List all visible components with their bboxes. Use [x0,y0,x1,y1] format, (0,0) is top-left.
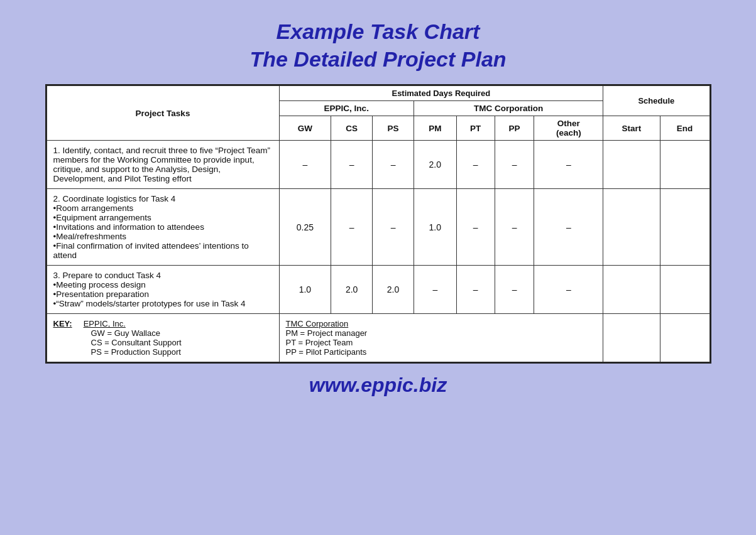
title-line2: The Detailed Project Plan [249,45,506,73]
key-row: KEY: EPPIC, Inc.GW = Guy WallaceCS = Con… [47,314,709,362]
cell-pm-2: – [414,266,457,314]
cell-end-1 [660,189,709,266]
header-pt: PT [456,116,495,141]
cell-pm-1: 1.0 [414,189,457,266]
cell-gw-1: 0.25 [279,189,331,266]
cell-ps-1: – [373,189,414,266]
header-estimated-days: Estimated Days Required [279,86,603,101]
table-row: 3. Prepare to conduct Task 4•Meeting pro… [47,266,709,314]
cell-pt-0: – [456,141,495,189]
cell-cs-0: – [331,141,373,189]
header-gw: GW [279,116,331,141]
task-chart-table: Project Tasks Estimated Days Required Sc… [47,85,710,362]
footer-url: www.eppic.biz [309,374,447,397]
key-cell-end [660,314,709,362]
header-project-tasks: Project Tasks [47,86,279,141]
header-eppic-inc: EPPIC, Inc. [279,101,414,116]
cell-cs-1: – [331,189,373,266]
cell-cs-2: 2.0 [331,266,373,314]
cell-gw-0: – [279,141,331,189]
cell-start-2 [603,266,660,314]
key-cell-left: KEY: EPPIC, Inc.GW = Guy WallaceCS = Con… [47,314,279,362]
header-other: Other (each) [534,116,603,141]
cell-pt-1: – [456,189,495,266]
cell-other-0: – [534,141,603,189]
header-end: End [660,116,709,141]
cell-other-2: – [534,266,603,314]
task-cell-0: 1. Identify, contact, and recruit three … [47,141,279,189]
header-pm: PM [414,116,457,141]
header-ps: PS [373,116,414,141]
task-cell-2: 3. Prepare to conduct Task 4•Meeting pro… [47,266,279,314]
cell-ps-0: – [373,141,414,189]
cell-pm-0: 2.0 [414,141,457,189]
task-cell-1: 2. Coordinate logistics for Task 4•Room … [47,189,279,266]
header-schedule: Schedule [603,86,709,116]
header-cs: CS [331,116,373,141]
header-pp: PP [495,116,534,141]
table-row: 1. Identify, contact, and recruit three … [47,141,709,189]
cell-ps-2: 2.0 [373,266,414,314]
header-tmc-corp: TMC Corporation [414,101,603,116]
key-cell-start [603,314,660,362]
page-title: Example Task Chart The Detailed Project … [249,18,506,73]
table-wrapper: Project Tasks Estimated Days Required Sc… [45,84,711,364]
cell-gw-2: 1.0 [279,266,331,314]
cell-other-1: – [534,189,603,266]
cell-end-0 [660,141,709,189]
cell-end-2 [660,266,709,314]
title-line1: Example Task Chart [249,18,506,45]
header-other-label: Other [557,119,580,128]
cell-pp-1: – [495,189,534,266]
header-other-sub: (each) [556,128,581,138]
cell-start-0 [603,141,660,189]
cell-start-1 [603,189,660,266]
table-row: 2. Coordinate logistics for Task 4•Room … [47,189,709,266]
cell-pp-2: – [495,266,534,314]
cell-pp-0: – [495,141,534,189]
key-cell-tmc: TMC CorporationPM = Project managerPT = … [279,314,603,362]
cell-pt-2: – [456,266,495,314]
header-start: Start [603,116,660,141]
